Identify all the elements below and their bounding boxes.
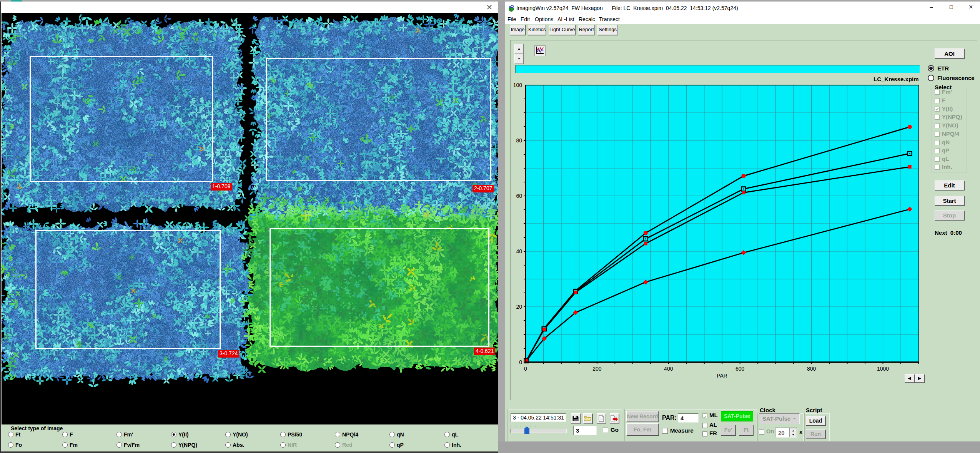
svg-text:PAR: PAR <box>717 373 727 379</box>
svg-text:600: 600 <box>735 366 745 372</box>
svg-text:800: 800 <box>807 366 816 372</box>
svg-text:0: 0 <box>524 366 527 372</box>
svg-text:400: 400 <box>664 366 673 372</box>
svg-text:40: 40 <box>516 248 522 254</box>
svg-text:60: 60 <box>516 193 522 199</box>
svg-text:20: 20 <box>516 304 522 310</box>
svg-text:80: 80 <box>516 137 522 144</box>
svg-text:100: 100 <box>513 82 522 88</box>
svg-text:0: 0 <box>519 359 522 365</box>
svg-text:1000: 1000 <box>877 366 889 372</box>
svg-text:200: 200 <box>592 366 602 372</box>
